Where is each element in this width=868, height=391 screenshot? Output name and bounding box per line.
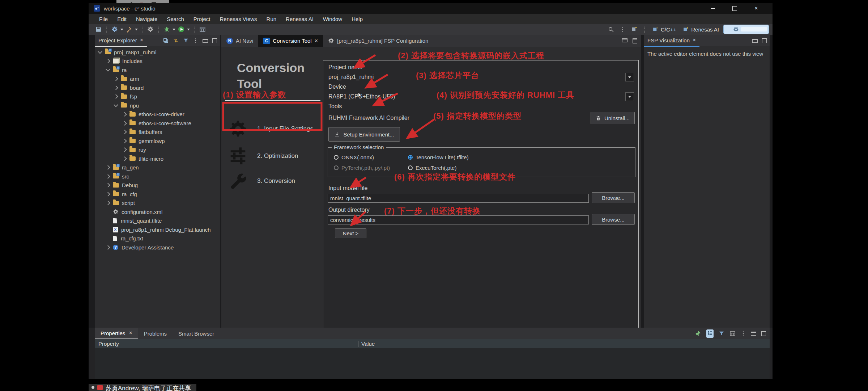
chevron-right-icon[interactable] [122, 147, 127, 152]
perspective-cpp-button[interactable]: C/C++ [650, 26, 678, 33]
tree-item-flatbuffers[interactable]: flatbuffers [95, 128, 220, 137]
build-icon[interactable] [125, 25, 133, 33]
tab-problems[interactable]: Problems [138, 328, 173, 339]
launch-config-icon[interactable] [111, 25, 119, 33]
tree-item-ra-cfg-txt[interactable]: ra_cfg.txt [95, 234, 220, 243]
tree-item-tflite-micro[interactable]: tflite-micro [95, 154, 220, 163]
maximize-editor-icon[interactable] [633, 38, 637, 43]
menu-edit[interactable]: Edit [112, 16, 131, 22]
close-icon[interactable]: × [693, 37, 696, 43]
close-icon[interactable]: × [315, 38, 318, 44]
tree-item-configuration-xml[interactable]: configuration.xml [95, 207, 220, 216]
run-dropdown-icon[interactable] [187, 29, 190, 30]
tree-item-launch-file[interactable]: Xproj_ra8p1_ruhmi Debug_Flat.launch [95, 225, 220, 234]
maximize-window-button[interactable] [732, 6, 737, 11]
open-perspective-icon[interactable] [630, 25, 638, 33]
filter-icon[interactable] [183, 38, 189, 43]
chevron-right-icon[interactable] [106, 183, 110, 188]
tree-item-ruy[interactable]: ruy [95, 146, 220, 155]
maximize-view-icon[interactable] [761, 331, 766, 336]
chevron-down-icon[interactable] [114, 102, 118, 107]
view-menu-icon[interactable] [741, 331, 746, 336]
tab-fsp-visualization[interactable]: FSP Visualization × [644, 34, 699, 47]
project-name-select[interactable]: proj_ra8p1_ruhmi [328, 73, 634, 81]
tree-item-src[interactable]: src [95, 172, 220, 181]
toolbar-overflow-icon[interactable] [619, 25, 627, 33]
tree-item-fsp[interactable]: fsp [95, 92, 220, 101]
tree-item-ethos-software[interactable]: ethos-u-core-software [95, 119, 220, 128]
tree-item-developer-assistance[interactable]: ?Developer Assistance [95, 243, 220, 252]
browse-input-model-button[interactable]: Browse... [592, 192, 635, 203]
chevron-right-icon[interactable] [106, 201, 110, 205]
collapse-all-icon[interactable] [163, 38, 169, 43]
dropdown-arrow-icon[interactable] [625, 73, 634, 81]
search-icon[interactable] [607, 25, 615, 33]
menu-renesas-ai[interactable]: Renesas AI [281, 16, 318, 22]
output-directory-field[interactable]: conversion_results [328, 215, 589, 224]
chevron-right-icon[interactable] [114, 85, 118, 90]
build-dropdown-icon[interactable] [135, 29, 138, 30]
menu-help[interactable]: Help [347, 16, 367, 22]
tree-item-script[interactable]: script [95, 199, 220, 208]
close-icon[interactable]: × [129, 330, 132, 336]
pin-view-icon[interactable] [695, 331, 701, 337]
menu-file[interactable]: File [94, 16, 112, 22]
link-editor-icon[interactable] [173, 38, 179, 43]
menu-renesas-views[interactable]: Renesas Views [215, 16, 261, 22]
filter-icon[interactable] [719, 331, 724, 336]
tree-item-ra-cfg[interactable]: ra_cfg [95, 190, 220, 199]
close-window-button[interactable]: × [754, 6, 759, 11]
uninstall-button[interactable]: Uninstall... [591, 112, 635, 124]
step-input-file-settings[interactable]: 1. Input File Settings [228, 119, 313, 139]
minimize-view-icon[interactable] [752, 39, 758, 43]
table-settings-icon[interactable] [729, 331, 736, 337]
chevron-down-icon[interactable] [106, 67, 110, 72]
tree-item-board[interactable]: board [95, 83, 220, 92]
chevron-down-icon[interactable] [98, 49, 102, 54]
tree-item-gemmlowp[interactable]: gemmlowp [95, 136, 220, 146]
step-optimization[interactable]: 2. Optimization [228, 146, 298, 166]
menu-search[interactable]: Search [162, 16, 189, 22]
tree-item-debug[interactable]: Debug [95, 181, 220, 190]
chevron-right-icon[interactable] [106, 59, 110, 63]
tree-mode-icon[interactable] [706, 329, 714, 338]
chevron-right-icon[interactable] [122, 112, 127, 117]
setup-environment-button[interactable]: Setup Environment... [328, 127, 400, 142]
menu-run[interactable]: Run [262, 16, 281, 22]
tree-item-ra[interactable]: ra [95, 66, 220, 75]
tree-item-ethos-driver[interactable]: ethos-u-core-driver [95, 110, 220, 119]
run-icon[interactable] [177, 25, 185, 33]
maximize-view-icon[interactable] [212, 38, 217, 43]
tab-project-explorer[interactable]: Project Explorer × [95, 34, 147, 47]
step-conversion[interactable]: 3. Conversion [228, 171, 295, 191]
chevron-right-icon[interactable] [114, 76, 118, 81]
minimize-editor-icon[interactable] [622, 38, 627, 42]
radio-tensorflow-lite[interactable]: TensorFlow Lite(.tflite) [408, 154, 469, 160]
chevron-right-icon[interactable] [122, 156, 127, 161]
tree-item-ra-gen[interactable]: ra_gen [95, 163, 220, 172]
tab-fsp-configuration[interactable]: [proj_ra8p1_ruhmi] FSP Configuration [323, 35, 433, 47]
debug-dropdown-icon[interactable] [173, 29, 175, 30]
settings-gear-icon[interactable] [146, 25, 154, 33]
chevron-right-icon[interactable] [114, 94, 118, 99]
column-value[interactable]: Value [358, 341, 770, 347]
browse-output-directory-button[interactable]: Browse... [592, 214, 635, 225]
console-icon[interactable] [199, 25, 207, 33]
radio-executorch[interactable]: ExecuTorch(.pte) [408, 165, 469, 171]
dropdown-arrow-icon[interactable] [625, 92, 634, 101]
menu-window[interactable]: Window [318, 16, 347, 22]
perspective-renesas-ai-button[interactable]: Renesas AI [681, 26, 721, 33]
launch-config-dropdown-icon[interactable] [120, 29, 123, 30]
maximize-view-icon[interactable] [762, 38, 767, 43]
minimize-view-icon[interactable] [203, 39, 208, 43]
menu-project[interactable]: Project [189, 16, 215, 22]
active-perspective-highlight[interactable] [723, 25, 769, 34]
menu-navigate[interactable]: Navigate [131, 16, 162, 22]
save-icon[interactable] [94, 25, 102, 33]
tree-item-includes[interactable]: Includes [95, 57, 220, 66]
view-menu-icon[interactable] [193, 38, 198, 43]
close-icon[interactable]: × [140, 37, 143, 43]
tree-item-arm[interactable]: arm [95, 75, 220, 84]
tree-item-project[interactable]: proj_ra8p1_ruhmi [95, 48, 220, 57]
tab-smart-browser[interactable]: Smart Browser [173, 328, 220, 339]
